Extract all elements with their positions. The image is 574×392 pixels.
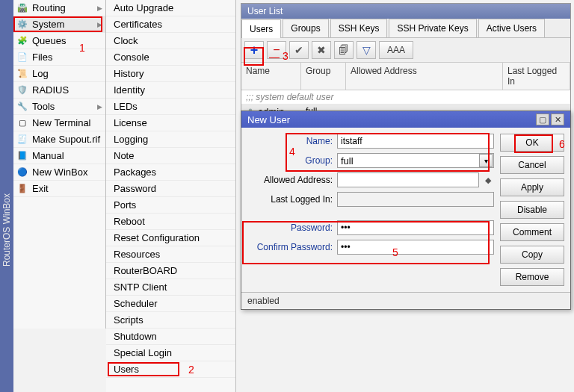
tab-active-users[interactable]: Active Users	[478, 19, 545, 37]
radius-icon: 🛡️	[16, 84, 28, 96]
menu-item-make-supout.rif[interactable]: 🧾Make Supout.rif	[13, 131, 105, 148]
menu-item-label: System	[32, 19, 64, 30]
menu-item-manual[interactable]: 📘Manual	[13, 148, 105, 164]
submenu-item-ports[interactable]: Ports	[106, 197, 235, 214]
annotation-4: 4	[289, 146, 295, 158]
group-value: full	[341, 155, 354, 167]
tab-ssh-keys[interactable]: SSH Keys	[330, 19, 388, 37]
system-submenu: Auto UpgradeCertificatesClockConsoleHist…	[106, 0, 236, 392]
label-confirm-password: Confirm Password:	[247, 242, 337, 252]
submenu-item-console[interactable]: Console	[106, 49, 235, 66]
annotation-1: 1	[79, 42, 85, 54]
cancel-button[interactable]: Cancel	[500, 156, 564, 174]
submenu-item-shutdown[interactable]: Shutdown	[106, 329, 235, 345]
tab-groups[interactable]: Groups	[283, 19, 328, 37]
name-field[interactable]	[337, 134, 494, 149]
submenu-item-sntp-client[interactable]: SNTP Client	[106, 279, 235, 296]
close-icon[interactable]: ✕	[551, 113, 564, 125]
submenu-item-packages[interactable]: Packages	[106, 164, 235, 181]
allowed-address-field[interactable]	[337, 172, 479, 187]
new-user-dialog: New User ▢ ✕ Name: Group: full ▾ Allowed…	[241, 111, 571, 310]
dialog-titlebar[interactable]: New User ▢ ✕	[241, 111, 570, 128]
submenu-item-identity[interactable]: Identity	[106, 82, 235, 99]
routing-icon: 🛣️	[16, 2, 28, 14]
menu-item-queues[interactable]: 🧩Queues	[13, 33, 105, 49]
submenu-item-reset-configuration[interactable]: Reset Configuration	[106, 230, 235, 246]
aaa-button[interactable]: AAA	[379, 41, 413, 59]
dialog-status: enabled	[241, 292, 570, 309]
submenu-item-note[interactable]: Note	[106, 148, 235, 164]
col-address[interactable]: Allowed Address	[346, 63, 503, 90]
submenu-item-reboot[interactable]: Reboot	[106, 214, 235, 230]
disable-user-button[interactable]: Disable	[500, 201, 564, 219]
col-name[interactable]: Name	[241, 63, 301, 90]
annotation-5: 5	[392, 246, 398, 258]
comment-button[interactable]: 🗐	[334, 41, 354, 59]
menu-item-radius[interactable]: 🛡️RADIUS	[13, 82, 105, 99]
col-lastlogin[interactable]: Last Logged In	[503, 63, 570, 90]
filter-button[interactable]: ▽	[357, 41, 376, 59]
confirm-password-field[interactable]	[337, 240, 494, 255]
submenu-item-routerboard[interactable]: RouterBOARD	[106, 263, 235, 279]
submenu-item-resources[interactable]: Resources	[106, 246, 235, 263]
menu-item-label: New WinBox	[32, 167, 87, 178]
submenu-item-certificates[interactable]: Certificates	[106, 16, 235, 33]
tab-ssh-private-keys[interactable]: SSH Private Keys	[389, 19, 476, 37]
menu-item-system[interactable]: ⚙️System▶	[13, 16, 105, 33]
menu-item-log[interactable]: 📜Log	[13, 66, 105, 82]
user-list-window: User List UsersGroupsSSH KeysSSH Private…	[241, 3, 571, 120]
submenu-item-special-login[interactable]: Special Login	[106, 345, 235, 361]
submenu-item-auto-upgrade[interactable]: Auto Upgrade	[106, 0, 235, 16]
tab-users[interactable]: Users	[241, 19, 281, 38]
menu-item-label: New Terminal	[32, 117, 91, 128]
menu-item-routing[interactable]: 🛣️Routing▶	[13, 0, 105, 16]
exit-icon: 🚪	[16, 183, 28, 195]
chevron-right-icon: ▶	[97, 103, 102, 111]
group-combo[interactable]: full ▾	[337, 153, 494, 168]
dialog-title: New User	[247, 114, 290, 125]
app-title: RouterOS WinBox	[1, 253, 12, 267]
label-password: Password:	[247, 223, 337, 233]
menu-item-tools[interactable]: 🔧Tools▶	[13, 99, 105, 115]
menu-item-label: Files	[32, 52, 52, 63]
remove-user-button[interactable]: Remove	[500, 268, 564, 286]
menu-item-new-terminal[interactable]: ▢New Terminal	[13, 115, 105, 131]
enable-button[interactable]: ✔	[289, 41, 309, 59]
password-field[interactable]	[337, 220, 494, 235]
submenu-item-leds[interactable]: LEDs	[106, 99, 235, 115]
annotation-3: 3	[283, 50, 288, 62]
menu-item-label: Exit	[32, 183, 49, 194]
submenu-item-password[interactable]: Password	[106, 181, 235, 197]
submenu-item-license[interactable]: License	[106, 115, 235, 131]
label-lastlogin: Last Logged In:	[247, 194, 337, 205]
minimize-icon[interactable]: ▢	[536, 113, 549, 125]
user-list-toolbar: + − ✔ ✖ 🗐 ▽ AAA	[241, 38, 570, 63]
menu-item-label: Log	[32, 68, 49, 79]
col-group[interactable]: Group	[301, 63, 346, 90]
menu-item-files[interactable]: 📄Files	[13, 49, 105, 66]
label-name: Name:	[247, 136, 337, 146]
copy-button[interactable]: Copy	[500, 246, 564, 264]
submenu-item-scripts[interactable]: Scripts	[106, 312, 235, 329]
apply-button[interactable]: Apply	[500, 178, 564, 196]
add-button[interactable]: +	[244, 41, 264, 59]
submenu-item-clock[interactable]: Clock	[106, 33, 235, 49]
address-spinner-icon[interactable]: ◆	[482, 175, 494, 185]
menu-item-label: Routing	[32, 2, 66, 13]
comment-user-button[interactable]: Comment	[500, 223, 564, 241]
submenu-item-users[interactable]: Users	[106, 361, 235, 378]
system-icon: ⚙️	[16, 19, 28, 31]
label-address: Allowed Address:	[247, 175, 337, 185]
submenu-item-scheduler[interactable]: Scheduler	[106, 296, 235, 312]
ok-button[interactable]: OK	[500, 134, 564, 152]
files-icon: 📄	[16, 52, 28, 63]
disable-button[interactable]: ✖	[312, 41, 331, 59]
chevron-right-icon: ▶	[97, 21, 102, 28]
menu-item-label: Queues	[32, 35, 67, 46]
submenu-item-history[interactable]: History	[106, 66, 235, 82]
menu-item-new-winbox[interactable]: 🔵New WinBox	[13, 164, 105, 181]
chevron-down-icon[interactable]: ▾	[479, 154, 493, 167]
new-terminal-icon: ▢	[16, 117, 28, 129]
submenu-item-logging[interactable]: Logging	[106, 131, 235, 148]
menu-item-exit[interactable]: 🚪Exit	[13, 181, 105, 197]
